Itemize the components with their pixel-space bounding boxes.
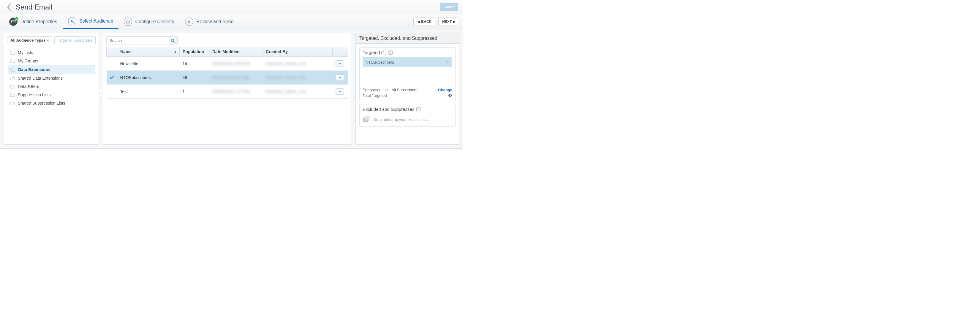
search-box	[106, 36, 178, 45]
table-row[interactable]: Newsletter 14 02/26/2019 3:06 PM Instruc…	[107, 57, 348, 71]
audience-sidebar: All Audience Types ▾ Target All Subscrib…	[4, 33, 99, 145]
clock-icon	[124, 18, 132, 26]
header-actions	[332, 47, 348, 57]
step-label: Select Audience	[79, 18, 113, 24]
send-button[interactable]: Send	[440, 3, 458, 11]
audience-table-panel: Name ▴ Population Date Modified Created …	[103, 33, 351, 145]
audience-type-dropdown[interactable]: All Audience Types ▾	[7, 36, 52, 44]
step-label: Configure Delivery	[135, 19, 174, 24]
targeting-panel-header: Targeted, Excluded, and Suppressed	[355, 33, 460, 43]
targeted-block: Targeted (1) ? NTOSubscribers ✕ Publicat…	[360, 47, 455, 101]
change-publication-list-link[interactable]: Change	[438, 88, 452, 92]
step-complete-badge	[14, 17, 19, 21]
chevron-down-icon	[338, 63, 341, 64]
svg-point-6	[188, 21, 188, 21]
svg-point-1	[71, 20, 73, 21]
sidebar-collapse-handle[interactable]	[99, 89, 101, 98]
step-review-send[interactable]: Review and Send	[180, 14, 239, 29]
caret-down-icon: ▾	[47, 39, 49, 42]
remove-chip-icon[interactable]: ✕	[446, 60, 449, 64]
folder-icon	[10, 101, 15, 105]
folder-icon	[10, 59, 15, 63]
svg-line-10	[173, 41, 175, 43]
sort-ascending-icon: ▴	[174, 49, 177, 54]
user-icon	[68, 17, 76, 25]
excluded-block: Excluded and Suppressed ? Drag and drop …	[360, 104, 455, 127]
wizard-next-button[interactable]: NEXT ▶	[438, 18, 460, 26]
step-define-properties[interactable]: Define Properties	[4, 14, 63, 29]
folder-icon	[10, 85, 15, 89]
column-header-date-modified[interactable]: Date Modified	[209, 47, 263, 57]
target-all-subscribers-button[interactable]: Target All Subscribers	[54, 36, 95, 44]
column-header-name[interactable]: Name ▴	[117, 47, 180, 57]
svg-point-9	[171, 39, 173, 41]
body-area: All Audience Types ▾ Target All Subscrib…	[0, 29, 463, 148]
row-action-dropdown[interactable]	[336, 60, 344, 67]
chevron-down-icon	[338, 91, 341, 92]
search-icon	[171, 39, 175, 43]
step-select-audience[interactable]: Select Audience	[63, 14, 119, 29]
row-action-dropdown[interactable]	[336, 74, 344, 81]
step-label: Define Properties	[21, 19, 57, 24]
envelope-icon	[9, 18, 18, 26]
folder-icon	[10, 93, 15, 97]
help-icon[interactable]: ?	[416, 107, 420, 111]
svg-point-8	[188, 22, 188, 23]
header-bar: Send Email Send	[0, 0, 463, 14]
sidebar-item-data-filters[interactable]: Data Filters	[8, 82, 95, 91]
folder-icon	[10, 76, 15, 80]
total-targeted-label: Total Targeted	[363, 93, 387, 98]
caret-left-icon: ◀	[417, 20, 420, 24]
list-icon	[185, 18, 193, 26]
sidebar-item-suppression-lists[interactable]: Suppression Lists	[8, 91, 95, 99]
help-icon[interactable]: ?	[388, 51, 393, 55]
folder-icon	[10, 51, 15, 55]
back-chevron-icon[interactable]	[5, 3, 13, 11]
check-icon	[110, 75, 115, 80]
page-title: Send Email	[16, 3, 52, 11]
search-button[interactable]	[168, 37, 177, 45]
search-input[interactable]	[107, 37, 168, 45]
step-label: Review and Send	[196, 19, 234, 24]
sidebar-item-shared-data-extensions[interactable]: Shared Data Extensions	[8, 74, 95, 82]
targeting-panel: Targeted, Excluded, and Suppressed Targe…	[355, 33, 460, 145]
wizard-back-button[interactable]: ◀ BACK	[414, 18, 435, 26]
excluded-label: Excluded and Suppressed	[363, 107, 415, 112]
publication-list-value: All Subscribers	[392, 88, 418, 92]
wizard-steps: Define Properties Select Audience Config…	[0, 14, 463, 29]
targeted-label: Targeted (1)	[363, 50, 387, 55]
sidebar-item-data-extensions[interactable]: Data Extensions	[8, 65, 95, 74]
publication-list-label: Publication List:	[363, 88, 390, 92]
sidebar-item-my-lists[interactable]: My Lists	[8, 48, 95, 57]
exclusion-dropzone[interactable]: Drag and drop your exclusions...	[363, 114, 452, 123]
svg-rect-13	[365, 116, 370, 119]
row-action-dropdown[interactable]	[336, 88, 344, 95]
audience-nav-list: My Lists My Groups Data Extensions Share…	[7, 47, 95, 109]
chevron-down-icon	[338, 76, 341, 78]
table-row[interactable]: NTOSubscribers 48 04/15/2019 8:47 AM Ins…	[107, 71, 348, 85]
sidebar-item-my-groups[interactable]: My Groups	[8, 57, 95, 65]
svg-point-7	[188, 21, 188, 22]
sidebar-item-shared-suppression-lists[interactable]: Shared Suppression Lists	[8, 99, 95, 107]
audience-table: Name ▴ Population Date Modified Created …	[106, 47, 348, 99]
step-configure-delivery[interactable]: Configure Delivery	[118, 14, 180, 29]
send-email-app: Send Email Send Define Properties Select…	[0, 0, 463, 148]
stack-icon	[363, 116, 370, 123]
folder-icon	[10, 68, 15, 72]
column-header-created-by[interactable]: Created By	[263, 47, 332, 57]
total-targeted-value: 48	[448, 93, 452, 98]
caret-right-icon: ▶	[453, 20, 455, 24]
targeted-chip[interactable]: NTOSubscribers ✕	[363, 57, 452, 67]
column-header-population[interactable]: Population	[180, 47, 209, 57]
header-check	[107, 47, 117, 57]
table-row[interactable]: Test 1 04/09/2019 1:27 PM Instructor_Dem…	[107, 85, 348, 99]
